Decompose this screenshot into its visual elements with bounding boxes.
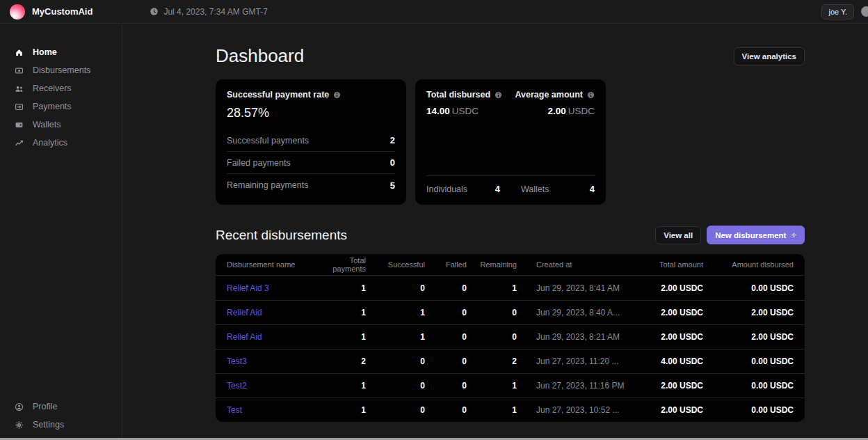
stat-label: Successful payments — [227, 136, 309, 146]
stat-label: Remaining payments — [227, 180, 308, 190]
amount-disbursed-cell: 0.00 USDC — [751, 283, 794, 293]
stat-row: Successful payments 2 — [227, 129, 395, 152]
disbursement-link[interactable]: Relief Aid — [227, 308, 262, 317]
sidebar-item-wallets[interactable]: Wallets — [0, 116, 122, 134]
receivers-icon — [15, 84, 24, 93]
created-at-cell: Jun 27, 2023, 10:52 ... — [536, 405, 619, 415]
total-amount-cell: 2.00 USDC — [661, 308, 703, 317]
remaining-cell: 0 — [512, 308, 517, 317]
total-disbursed-value: 14.00USDC — [426, 106, 502, 116]
successful-cell: 0 — [420, 381, 425, 391]
average-amount-title: Average amount — [515, 90, 583, 100]
datetime: Jul 4, 2023, 7:34 AM GMT-7 — [150, 7, 267, 17]
total-payments-cell: 1 — [361, 308, 366, 317]
user-menu-button[interactable]: joe Y. — [821, 4, 854, 19]
payment-rate-card: Successful payment rate 28.57% Successfu… — [216, 79, 406, 205]
avatar[interactable] — [861, 6, 868, 17]
successful-cell: 1 — [420, 308, 425, 317]
failed-cell: 0 — [462, 356, 467, 366]
topbar: MyCustomAid Jul 4, 2023, 7:34 AM GMT-7 j… — [0, 0, 868, 24]
amount-disbursed-cell: 2.00 USDC — [751, 308, 794, 317]
created-at-cell: Jun 29, 2023, 8:41 AM — [536, 283, 620, 293]
table-row: Test32002Jun 27, 2023, 11:20 ...4.00 USD… — [216, 349, 805, 373]
stat-value: 0 — [390, 157, 395, 168]
remaining-cell: 0 — [512, 332, 517, 342]
disbursement-link[interactable]: Test — [227, 405, 242, 415]
sidebar-item-label: Disbursements — [33, 65, 90, 75]
disbursements-table: Disbursement nameTotal paymentsSuccessfu… — [216, 254, 805, 422]
count-value: 4 — [495, 184, 500, 194]
column-header: Disbursement name — [227, 260, 324, 269]
remaining-cell: 1 — [512, 381, 517, 391]
created-at-cell: Jun 29, 2023, 8:40 A... — [536, 308, 620, 317]
sidebar-nav: HomeDisbursementsReceiversPaymentsWallet… — [0, 43, 122, 152]
amount-disbursed-cell: 0.00 USDC — [751, 356, 794, 366]
total-payments-cell: 1 — [361, 381, 366, 391]
total-payments-cell: 1 — [361, 405, 366, 415]
amount-disbursed-cell: 0.00 USDC — [751, 405, 794, 415]
sidebar-item-label: Receivers — [33, 84, 72, 93]
sidebar-footer-nav: ProfileSettings — [0, 398, 122, 434]
disbursement-link[interactable]: Test3 — [227, 356, 247, 366]
sidebar-item-home[interactable]: Home — [0, 43, 122, 61]
sidebar-item-analytics[interactable]: Analytics — [0, 134, 122, 152]
new-disbursement-button[interactable]: New disbursement + — [707, 226, 805, 244]
created-at-cell: Jun 27, 2023, 11:20 ... — [536, 356, 619, 366]
sidebar-item-label: Profile — [33, 402, 57, 411]
page-title: Dashboard — [216, 45, 304, 67]
column-header: Amount disbursed — [703, 260, 794, 269]
disbursement-link[interactable]: Relief Aid — [227, 332, 262, 342]
column-header: Created at — [517, 260, 627, 269]
settings-icon — [15, 421, 24, 430]
table-row: Test1001Jun 27, 2023, 10:52 ...2.00 USDC… — [216, 398, 805, 422]
remaining-cell: 2 — [512, 356, 517, 366]
view-all-button[interactable]: View all — [655, 226, 701, 244]
count-pair: Wallets 4 — [521, 184, 595, 194]
created-at-cell: Jun 29, 2023, 8:21 AM — [536, 332, 620, 342]
failed-cell: 0 — [462, 308, 467, 317]
count-label: Wallets — [521, 184, 549, 194]
successful-cell: 0 — [420, 283, 425, 293]
disbursements-icon — [15, 66, 24, 75]
sidebar-item-label: Analytics — [33, 138, 67, 148]
failed-cell: 0 — [462, 283, 467, 293]
total-payments-cell: 1 — [361, 332, 366, 342]
sidebar-item-payments[interactable]: Payments — [0, 97, 122, 116]
clock-icon — [150, 7, 159, 16]
analytics-icon — [15, 139, 24, 148]
info-icon[interactable] — [333, 91, 341, 99]
stat-label: Failed payments — [227, 158, 291, 168]
sidebar-item-label: Settings — [33, 420, 64, 430]
app-title: MyCustomAid — [32, 6, 93, 17]
failed-cell: 0 — [462, 405, 467, 415]
sidebar-item-label: Payments — [33, 102, 72, 111]
disbursement-link[interactable]: Relief Aid 3 — [227, 283, 269, 293]
sidebar-item-profile[interactable]: Profile — [0, 398, 122, 416]
payments-icon — [15, 102, 24, 111]
sidebar-item-settings[interactable]: Settings — [0, 416, 122, 434]
app-logo-icon — [10, 4, 25, 19]
view-analytics-button[interactable]: View analytics — [734, 47, 805, 65]
column-header: Failed — [425, 260, 467, 269]
amount-disbursed-cell: 0.00 USDC — [751, 381, 794, 391]
successful-cell: 1 — [420, 332, 425, 342]
total-payments-cell: 2 — [361, 356, 366, 366]
payment-rate-title: Successful payment rate — [227, 90, 329, 100]
table-row: Test21001Jun 27, 2023, 11:16 PM2.00 USDC… — [216, 373, 805, 398]
column-header: Total payments — [324, 256, 366, 273]
disbursement-link[interactable]: Test2 — [227, 381, 247, 391]
successful-cell: 0 — [420, 405, 425, 415]
total-amount-cell: 2.00 USDC — [661, 405, 703, 415]
table-row: Relief Aid1100Jun 29, 2023, 8:40 A...2.0… — [216, 300, 805, 324]
successful-cell: 0 — [420, 356, 425, 366]
recent-disbursements-title: Recent disbursements — [216, 228, 347, 243]
column-header: Successful — [366, 260, 425, 269]
info-icon[interactable] — [587, 91, 595, 99]
datetime-label: Jul 4, 2023, 7:34 AM GMT-7 — [163, 7, 267, 17]
sidebar-item-receivers[interactable]: Receivers — [0, 79, 122, 97]
sidebar-item-disbursements[interactable]: Disbursements — [0, 61, 122, 79]
total-amount-cell: 2.00 USDC — [661, 332, 703, 342]
total-payments-cell: 1 — [361, 283, 366, 293]
created-at-cell: Jun 27, 2023, 11:16 PM — [536, 381, 625, 391]
info-icon[interactable] — [495, 91, 502, 99]
